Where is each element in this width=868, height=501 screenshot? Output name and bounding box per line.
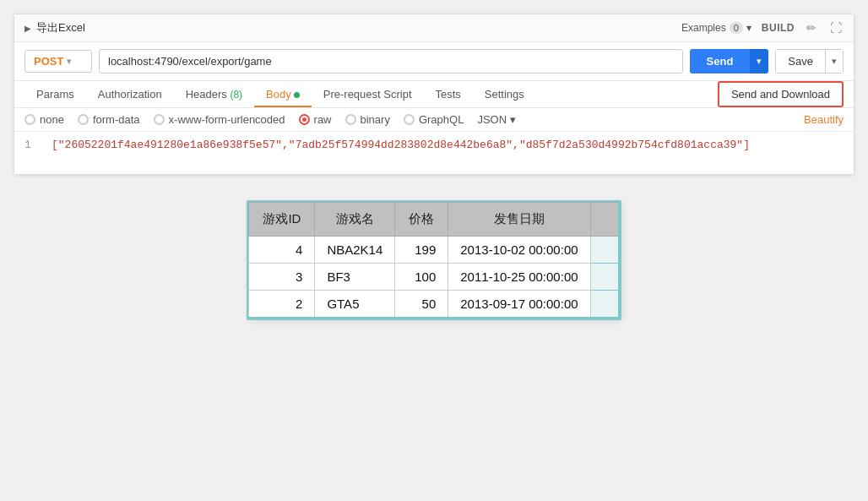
tab-tests[interactable]: Tests — [424, 81, 473, 107]
method-selector[interactable]: POST ▾ — [24, 50, 92, 73]
url-input[interactable] — [99, 49, 683, 74]
postman-panel: ▶ 导出Excel Examples 0 ▾ BUILD ✏ ⛶ POST ▾ … — [14, 14, 854, 175]
col-header-price: 价格 — [395, 203, 448, 237]
radio-dot-graphql — [404, 114, 415, 125]
radio-binary[interactable]: binary — [345, 113, 390, 126]
tabs-row: Params Authorization Headers (8) Body Pr… — [14, 81, 854, 108]
cell-empty-2 — [590, 291, 619, 319]
table-row: 3 BF3 100 2011-10-25 00:00:00 — [249, 264, 619, 291]
expand-icon-button[interactable]: ⛶ — [828, 19, 844, 36]
radio-label-none: none — [40, 113, 64, 126]
title-right: Examples 0 ▾ BUILD ✏ ⛶ — [681, 19, 844, 36]
radio-label-graphql: GraphQL — [419, 113, 464, 126]
examples-label: Examples — [681, 22, 726, 34]
cell-price-1: 100 — [395, 264, 448, 291]
radio-label-urlencoded: x-www-form-urlencoded — [169, 113, 285, 126]
col-header-empty — [590, 203, 619, 237]
beautify-link[interactable]: Beautify — [804, 113, 844, 126]
save-dropdown-button[interactable]: ▾ — [825, 50, 843, 73]
tab-params[interactable]: Params — [24, 81, 86, 107]
cell-price-2: 50 — [395, 291, 448, 319]
tab-headers[interactable]: Headers (8) — [174, 81, 254, 107]
examples-badge: 0 — [730, 22, 743, 34]
send-button[interactable]: Send — [690, 49, 751, 74]
examples-button[interactable]: Examples 0 ▾ — [681, 22, 751, 34]
cell-id-0: 4 — [249, 237, 315, 264]
json-label: JSON — [477, 113, 507, 126]
tab-authorization[interactable]: Authorization — [86, 81, 174, 107]
title-left: ▶ 导出Excel — [24, 20, 85, 35]
col-header-name: 游戏名 — [315, 203, 395, 237]
radio-label-form-data: form-data — [93, 113, 140, 126]
radio-raw[interactable]: raw — [299, 113, 332, 126]
tab-settings[interactable]: Settings — [473, 81, 536, 107]
radio-label-binary: binary — [361, 113, 390, 126]
radio-dot-urlencoded — [154, 114, 165, 125]
expand-arrow-icon: ▶ — [24, 24, 31, 33]
code-content[interactable]: ["26052201f4ae491280e1a86e938f5e57","7ad… — [52, 139, 844, 167]
send-dropdown-button[interactable]: ▾ — [750, 49, 768, 74]
json-type-selector[interactable]: JSON ▾ — [477, 113, 516, 126]
tab-pre-request[interactable]: Pre-request Script — [312, 81, 424, 107]
radio-dot-binary — [345, 114, 356, 125]
cell-empty-0 — [590, 237, 619, 264]
examples-chevron-icon: ▾ — [746, 22, 751, 34]
cell-date-2: 2013-09-17 00:00:00 — [448, 291, 590, 319]
method-label: POST — [34, 55, 63, 68]
radio-graphql[interactable]: GraphQL — [404, 113, 464, 126]
radio-dot-none — [24, 114, 35, 125]
url-bar: POST ▾ Send ▾ Save ▾ — [14, 42, 854, 81]
cell-id-2: 2 — [249, 291, 315, 319]
radio-form-data[interactable]: form-data — [78, 113, 140, 126]
headers-badge: (8) — [230, 89, 242, 101]
cell-name-1: BF3 — [315, 264, 395, 291]
excel-table: 游戏ID 游戏名 价格 发售日期 4 NBA2K14 199 2013-10-0… — [248, 202, 619, 319]
cell-id-1: 3 — [249, 264, 315, 291]
col-header-id: 游戏ID — [249, 203, 315, 237]
tab-body[interactable]: Body — [254, 81, 312, 107]
col-header-date: 发售日期 — [448, 203, 590, 237]
radio-dot-form-data — [78, 114, 89, 125]
table-row: 2 GTA5 50 2013-09-17 00:00:00 — [249, 291, 619, 319]
cell-name-0: NBA2K14 — [315, 237, 395, 264]
radio-dot-raw — [299, 114, 310, 125]
cell-date-0: 2013-10-02 00:00:00 — [448, 237, 590, 264]
save-button-group: Save ▾ — [775, 49, 844, 74]
send-button-group: Send ▾ — [690, 49, 769, 74]
save-button[interactable]: Save — [776, 50, 825, 73]
radio-urlencoded[interactable]: x-www-form-urlencoded — [154, 113, 285, 126]
panel-title: 导出Excel — [36, 20, 85, 35]
method-dropdown-icon: ▾ — [67, 57, 71, 66]
table-row: 4 NBA2K14 199 2013-10-02 00:00:00 — [249, 237, 619, 264]
build-button[interactable]: BUILD — [762, 22, 795, 34]
radio-label-raw: raw — [314, 113, 332, 126]
cell-price-0: 199 — [395, 237, 448, 264]
edit-icon-button[interactable]: ✏ — [805, 19, 818, 36]
radio-none[interactable]: none — [24, 113, 64, 126]
send-and-download-popup[interactable]: Send and Download — [718, 81, 844, 107]
body-dot-icon — [294, 92, 300, 98]
cell-empty-1 — [590, 264, 619, 291]
code-editor-area: 1 ["26052201f4ae491280e1a86e938f5e57","7… — [14, 132, 854, 174]
line-number: 1 — [24, 139, 38, 167]
cell-name-2: GTA5 — [315, 291, 395, 319]
excel-table-wrapper: 游戏ID 游戏名 价格 发售日期 4 NBA2K14 199 2013-10-0… — [247, 200, 621, 320]
cell-date-1: 2011-10-25 00:00:00 — [448, 264, 590, 291]
excel-section: 游戏ID 游戏名 价格 发售日期 4 NBA2K14 199 2013-10-0… — [0, 200, 868, 320]
json-chevron-icon: ▾ — [510, 113, 516, 126]
title-bar: ▶ 导出Excel Examples 0 ▾ BUILD ✏ ⛶ — [14, 14, 854, 42]
body-options-row: none form-data x-www-form-urlencoded raw… — [14, 108, 854, 132]
